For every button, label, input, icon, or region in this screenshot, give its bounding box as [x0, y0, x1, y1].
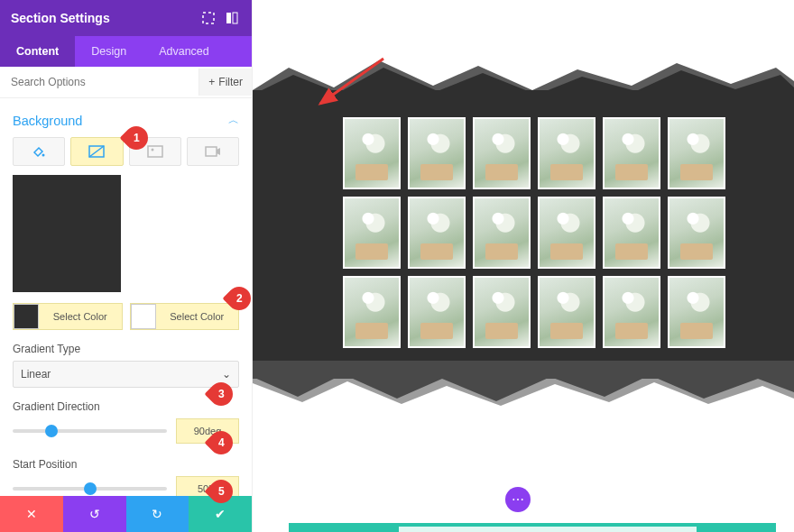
undo-button[interactable]: ↺ [63, 496, 126, 532]
gallery-thumb[interactable] [343, 197, 401, 269]
swatch-1 [14, 304, 39, 329]
gallery-thumb[interactable] [473, 197, 531, 269]
gallery-thumb[interactable] [473, 117, 531, 189]
svg-point-3 [42, 154, 45, 157]
select-caret-icon: ⌄ [222, 368, 231, 381]
color-picker-1[interactable]: Select Color [13, 303, 123, 330]
gradient-preview [13, 175, 121, 292]
swatch-2 [131, 304, 156, 329]
image-gallery [343, 117, 725, 348]
svg-rect-2 [233, 13, 237, 23]
module-outline[interactable] [289, 523, 776, 532]
gallery-thumb[interactable] [408, 276, 466, 348]
check-icon: ✔ [215, 507, 226, 521]
plus-icon: + [208, 76, 215, 88]
svg-marker-11 [253, 361, 794, 406]
color-picker-2[interactable]: Select Color [130, 303, 240, 330]
undo-icon: ↺ [89, 507, 100, 521]
gradient-icon [88, 145, 105, 158]
search-input[interactable] [0, 67, 198, 97]
paint-icon [32, 144, 46, 159]
close-icon: ✕ [26, 507, 37, 521]
gallery-thumb[interactable] [343, 117, 401, 189]
search-row: + Filter [0, 67, 252, 98]
color-picker-2-label: Select Color [156, 311, 239, 322]
bg-tab-gradient[interactable] [70, 137, 123, 166]
direction-slider[interactable] [13, 429, 167, 433]
color-row: Select Color Select Color [13, 303, 239, 330]
filter-label: Filter [218, 76, 243, 88]
bg-tab-color[interactable] [13, 137, 65, 166]
gallery-thumb[interactable] [668, 117, 725, 189]
svg-line-12 [320, 59, 383, 104]
start-slider[interactable] [13, 487, 167, 491]
accordion-label: Background [13, 114, 82, 128]
torn-edge-bottom [253, 361, 794, 415]
dots-icon: ⋯ [512, 492, 525, 507]
svg-point-6 [151, 149, 153, 151]
panel-tabs: Content Design Advanced [0, 36, 252, 67]
bg-tab-video[interactable] [187, 137, 239, 166]
snap-icon[interactable] [223, 9, 241, 27]
video-icon [205, 145, 221, 158]
gradient-type-label: Gradient Type [13, 343, 239, 355]
gallery-thumb[interactable] [668, 276, 725, 348]
tab-design[interactable]: Design [75, 36, 143, 67]
gallery-thumb[interactable] [668, 197, 725, 269]
panel-header: Section Settings [0, 0, 252, 36]
gradient-type-value: Linear [21, 368, 51, 381]
gallery-thumb[interactable] [538, 197, 596, 269]
redo-icon: ↻ [152, 507, 162, 521]
gallery-thumb[interactable] [343, 276, 401, 348]
expand-icon[interactable] [199, 9, 217, 27]
gallery-thumb[interactable] [408, 197, 466, 269]
gallery-thumb[interactable] [603, 276, 660, 348]
canvas-preview: ⋯ [253, 0, 794, 532]
gallery-thumb[interactable] [538, 276, 596, 348]
svg-rect-7 [206, 147, 217, 156]
tab-content[interactable]: Content [0, 36, 75, 67]
close-button[interactable]: ✕ [0, 496, 63, 532]
chevron-up-icon: ︿ [228, 113, 239, 128]
tab-advanced[interactable]: Advanced [143, 36, 226, 67]
gallery-thumb[interactable] [603, 197, 660, 269]
panel-title: Section Settings [11, 11, 194, 25]
filter-button[interactable]: + Filter [198, 69, 252, 96]
section-add-button[interactable]: ⋯ [505, 487, 531, 512]
gallery-thumb[interactable] [408, 117, 466, 189]
svg-rect-1 [226, 13, 231, 23]
start-label: Start Position [13, 458, 239, 471]
gallery-thumb[interactable] [603, 117, 660, 189]
gallery-thumb[interactable] [538, 117, 596, 189]
gallery-thumb[interactable] [473, 276, 531, 348]
gradient-type-select[interactable]: Linear ⌄ [13, 361, 239, 388]
redo-button[interactable]: ↻ [126, 496, 189, 532]
direction-label: Gradient Direction [13, 400, 239, 413]
svg-rect-5 [148, 146, 162, 157]
color-picker-1-label: Select Color [39, 311, 122, 322]
image-icon [147, 145, 163, 158]
annotation-arrow [307, 54, 388, 117]
svg-rect-0 [203, 13, 214, 23]
